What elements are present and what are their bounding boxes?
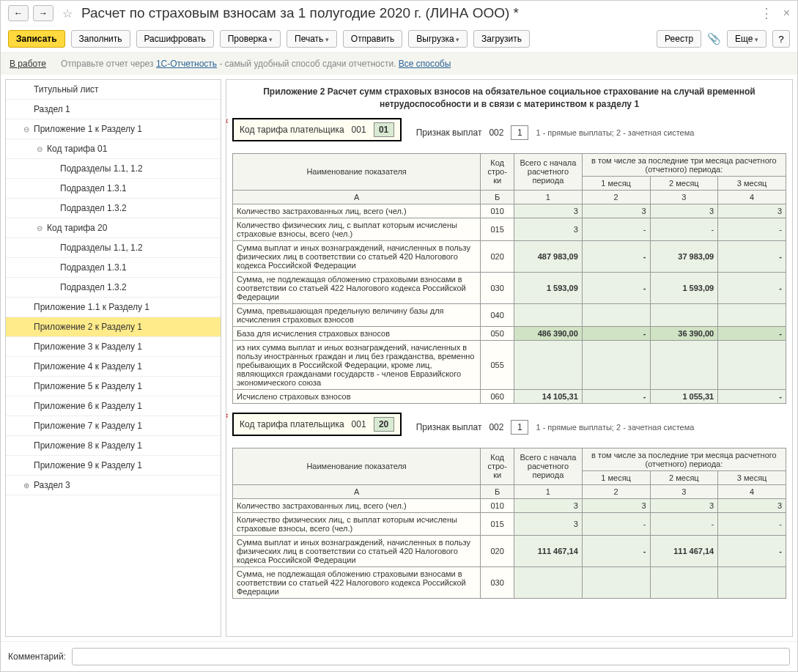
- cell-value[interactable]: 37 983,09: [650, 240, 718, 272]
- comment-input[interactable]: [72, 648, 790, 665]
- status-link[interactable]: В работе: [10, 59, 46, 69]
- table-row: Сумма, превышающая предельную величину б…: [233, 303, 786, 326]
- tree-toggle-icon[interactable]: ⊖: [23, 125, 34, 133]
- cell-value[interactable]: -: [650, 218, 718, 240]
- tree-item[interactable]: Приложение 4 к Разделу 1: [6, 357, 221, 377]
- tree-toggle-icon[interactable]: ⊖: [37, 224, 47, 232]
- cell-value[interactable]: -: [718, 512, 786, 535]
- tree-item[interactable]: Подразделы 1.1, 1.2: [6, 159, 221, 179]
- cell-value[interactable]: -: [650, 512, 718, 535]
- cell-value[interactable]: -: [582, 218, 650, 240]
- cell-value[interactable]: 3: [650, 204, 718, 218]
- cell-value[interactable]: -: [582, 535, 650, 566]
- cell-value[interactable]: [718, 340, 786, 389]
- cell-value[interactable]: -: [718, 272, 786, 303]
- cell-value[interactable]: [514, 566, 583, 598]
- tree-item[interactable]: Приложение 1.1 к Разделу 1: [6, 298, 221, 317]
- cell-value[interactable]: [650, 566, 718, 598]
- all-methods-link[interactable]: Все способы: [399, 59, 451, 69]
- cell-value[interactable]: -: [582, 512, 650, 535]
- cell-value[interactable]: -: [718, 326, 786, 340]
- cell-value[interactable]: -: [582, 272, 650, 303]
- tree-item[interactable]: Подраздел 1.3.2: [6, 278, 221, 298]
- cell-value[interactable]: 3: [582, 204, 650, 218]
- tree-item[interactable]: ⊖Код тарифа 01: [6, 139, 221, 159]
- more-button[interactable]: Еще: [727, 30, 766, 48]
- tree-item[interactable]: Приложение 6 к Разделу 1: [6, 396, 221, 416]
- cell-value[interactable]: 36 390,00: [650, 326, 718, 340]
- sign-value[interactable]: 1: [511, 125, 528, 140]
- cell-value[interactable]: 486 390,00: [514, 326, 583, 340]
- cell-value[interactable]: -: [582, 389, 650, 403]
- tree-toggle-icon[interactable]: ⊕: [23, 481, 34, 490]
- cell-value[interactable]: 3: [582, 498, 650, 512]
- print-button[interactable]: Печать: [287, 30, 337, 48]
- cell-value[interactable]: [582, 340, 650, 389]
- cell-value[interactable]: 3: [514, 498, 583, 512]
- tree-item[interactable]: Подразделы 1.1, 1.2: [6, 238, 221, 258]
- cell-value[interactable]: 487 983,09: [514, 240, 583, 272]
- check-button[interactable]: Проверка: [220, 30, 281, 48]
- tree-item[interactable]: Приложение 8 к Разделу 1: [6, 436, 221, 456]
- tree-item[interactable]: Приложение 2 к Разделу 1: [6, 317, 221, 337]
- cell-value[interactable]: -: [718, 218, 786, 240]
- tree-item[interactable]: Подраздел 1.3.1: [6, 258, 221, 278]
- decode-button[interactable]: Расшифровать: [136, 30, 214, 48]
- tree-item[interactable]: Раздел 1: [6, 100, 221, 119]
- tree-item[interactable]: Приложение 9 к Разделу 1: [6, 456, 221, 476]
- tree-toggle-icon[interactable]: ⊖: [37, 145, 47, 153]
- reporting-link[interactable]: 1С-Отчетность: [156, 59, 217, 69]
- registry-button[interactable]: Реестр: [657, 30, 701, 48]
- cell-value[interactable]: 1 055,31: [650, 389, 718, 403]
- sign-value[interactable]: 1: [511, 420, 528, 435]
- menu-dots-icon[interactable]: ⋮: [760, 5, 773, 21]
- cell-value[interactable]: [650, 340, 718, 389]
- tree-item[interactable]: Приложение 5 к Разделу 1: [6, 377, 221, 396]
- tariff-value[interactable]: 01: [374, 122, 394, 137]
- cell-value[interactable]: 3: [514, 512, 583, 535]
- cell-value[interactable]: [650, 303, 718, 326]
- cell-value[interactable]: [514, 340, 583, 389]
- nav-back-button[interactable]: ←: [8, 5, 29, 21]
- cell-value[interactable]: [718, 566, 786, 598]
- tree-item[interactable]: ⊖Приложение 1 к Разделу 1: [6, 119, 221, 139]
- save-button[interactable]: Записать: [8, 30, 65, 48]
- help-button[interactable]: ?: [772, 30, 790, 48]
- send-button[interactable]: Отправить: [343, 30, 403, 48]
- close-icon[interactable]: ×: [783, 7, 790, 20]
- export-button[interactable]: Выгрузка: [408, 30, 468, 48]
- cell-value[interactable]: -: [718, 240, 786, 272]
- comment-label: Комментарий:: [8, 651, 66, 662]
- cell-value[interactable]: 1 593,09: [514, 272, 583, 303]
- cell-value[interactable]: 111 467,14: [650, 535, 718, 566]
- favorite-icon[interactable]: ☆: [62, 7, 73, 21]
- cell-value[interactable]: [718, 303, 786, 326]
- cell-value[interactable]: [582, 303, 650, 326]
- cell-value[interactable]: 14 105,31: [514, 389, 583, 403]
- tree-item[interactable]: Титульный лист: [6, 80, 221, 100]
- attachment-icon[interactable]: 📎: [707, 32, 721, 45]
- tree-item[interactable]: ⊕Раздел 3: [6, 476, 221, 495]
- cell-value[interactable]: -: [582, 326, 650, 340]
- cell-value[interactable]: [514, 303, 583, 326]
- tree-item[interactable]: Приложение 7 к Разделу 1: [6, 416, 221, 436]
- tree-item[interactable]: Подраздел 1.3.1: [6, 179, 221, 199]
- cell-value[interactable]: 3: [718, 498, 786, 512]
- cell-value[interactable]: 111 467,14: [514, 535, 583, 566]
- cell-value[interactable]: -: [718, 389, 786, 403]
- cell-value[interactable]: 3: [650, 498, 718, 512]
- tariff-value[interactable]: 20: [374, 417, 394, 432]
- import-button[interactable]: Загрузить: [473, 30, 530, 48]
- cell-value[interactable]: -: [582, 240, 650, 272]
- fill-button[interactable]: Заполнить: [71, 30, 130, 48]
- cell-value[interactable]: 3: [718, 204, 786, 218]
- cell-value[interactable]: -: [718, 535, 786, 566]
- cell-value[interactable]: [582, 566, 650, 598]
- cell-value[interactable]: 3: [514, 218, 583, 240]
- cell-value[interactable]: 1 593,09: [650, 272, 718, 303]
- tree-item[interactable]: Приложение 3 к Разделу 1: [6, 337, 221, 357]
- nav-forward-button[interactable]: →: [33, 5, 53, 21]
- cell-value[interactable]: 3: [514, 204, 583, 218]
- tree-item[interactable]: Подраздел 1.3.2: [6, 199, 221, 218]
- tree-item[interactable]: ⊖Код тарифа 20: [6, 218, 221, 238]
